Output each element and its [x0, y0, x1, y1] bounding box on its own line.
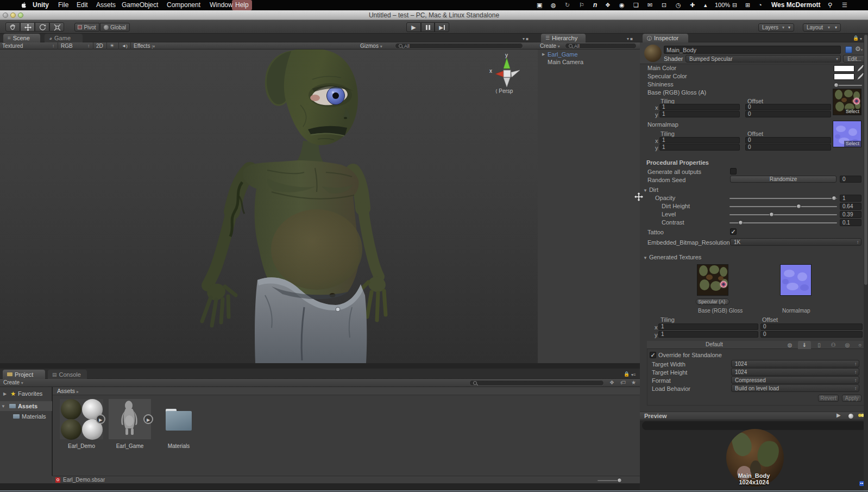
base-gloss-thumbnail[interactable]: Select [833, 89, 861, 115]
platform-web-icon[interactable]: ◍ [784, 341, 796, 349]
normal-tiling-x-field[interactable]: 1 [659, 137, 740, 144]
asset-materials-label[interactable]: Materials [166, 443, 192, 450]
2d-toggle[interactable]: 2D [93, 42, 106, 49]
normal-offset-y-field[interactable]: 0 [745, 144, 831, 151]
opacity-knob[interactable] [832, 196, 836, 201]
shininess-slider[interactable] [835, 85, 862, 86]
notification-center-icon[interactable]: ☰ [842, 0, 847, 10]
embedded-dropdown[interactable]: 1K [730, 238, 861, 246]
main-color-swatch[interactable] [834, 65, 854, 72]
sync-icon[interactable]: ↻ [565, 0, 570, 10]
gen-offset-x-field[interactable]: 0 [760, 323, 863, 330]
menu-unity[interactable]: Unity [33, 0, 49, 10]
material-name-field[interactable]: Main_Body [664, 46, 841, 54]
eyedropper-icon[interactable] [857, 72, 864, 80]
layers-dropdown[interactable]: Layers▾ [758, 23, 794, 32]
project-star-icon[interactable]: ★ [631, 379, 636, 385]
target-width-dropdown[interactable]: 1024 [731, 360, 859, 368]
menu-window[interactable]: Window [210, 0, 233, 10]
level-knob[interactable] [769, 212, 774, 217]
tool-scale-button[interactable] [49, 22, 64, 32]
shield-icon[interactable]: ◍ [551, 0, 556, 10]
foldout-arrow-icon[interactable]: ▶ [542, 52, 545, 57]
inspector-tab-menu-icon[interactable]: ▾ [860, 36, 862, 41]
preview-area[interactable]: Main_Body 1024x1024 [640, 420, 868, 492]
generated-normal-thumbnail[interactable] [780, 264, 812, 296]
substance-output-icon[interactable] [720, 281, 727, 288]
platform-android-icon[interactable]: ⚇ [827, 341, 839, 349]
menu-edit[interactable]: Edit [77, 0, 88, 10]
calendar-icon[interactable]: ⊞ [745, 0, 750, 10]
dirt-height-slider[interactable] [729, 206, 837, 207]
opacity-slider[interactable] [729, 198, 837, 199]
opacity-field[interactable]: 1 [840, 195, 861, 202]
tree-favorites[interactable]: ▶ ★ Favorites [0, 389, 52, 398]
shader-edit-button[interactable]: Edit... [843, 55, 866, 63]
character-model[interactable] [0, 49, 538, 363]
pause-button[interactable] [421, 22, 435, 32]
airplay-icon[interactable]: ⊡ [662, 0, 666, 10]
select-button[interactable]: Select [844, 109, 861, 115]
select-button[interactable]: Select [844, 141, 861, 147]
menu-user-name[interactable]: Wes McDermott [771, 0, 820, 10]
layout-dropdown[interactable]: Layout▾ [803, 23, 841, 32]
generated-base-thumbnail[interactable] [697, 264, 728, 296]
asset-earl-demo[interactable]: ▶ [60, 399, 103, 439]
normal-offset-x-field[interactable]: 0 [745, 137, 831, 144]
level-slider[interactable] [729, 214, 837, 215]
tool-rotate-button[interactable] [35, 22, 49, 32]
apple-logo-icon[interactable] [22, 2, 29, 9]
draw-mode-dropdown[interactable]: Textured↕ [2, 42, 56, 49]
title-bar[interactable]: Untitled – test – PC, Mac & Linux Standa… [0, 10, 868, 20]
sparkle-icon[interactable]: ❖ [605, 0, 611, 10]
project-search-input[interactable] [469, 380, 604, 386]
gen-tiling-y-field[interactable]: 1 [658, 331, 758, 338]
platform-standalone-icon[interactable]: ⇓ [798, 341, 811, 349]
eyedropper-icon[interactable] [857, 64, 864, 72]
tool-hand-button[interactable] [5, 22, 20, 32]
base-offset-x-field[interactable]: 0 [745, 104, 831, 110]
hierarchy-tab-menu-icon[interactable]: ▾ ■ [627, 36, 633, 41]
generate-all-checkbox[interactable] [730, 168, 737, 175]
project-lock-icon[interactable]: 🔒 [624, 371, 630, 377]
menu-help[interactable]: Help [232, 0, 252, 10]
substance-output-icon[interactable] [853, 98, 860, 104]
dirt-height-field[interactable]: 0.64 [840, 203, 861, 210]
material-blue-icon[interactable] [845, 46, 852, 53]
color-mode-dropdown[interactable]: RGB↕ [58, 42, 91, 49]
randomize-button[interactable]: Randomize [730, 176, 836, 183]
random-seed-field[interactable]: 0 [840, 176, 861, 183]
global-button[interactable]: Global [100, 23, 130, 32]
specular-color-swatch[interactable] [834, 73, 854, 80]
override-checkbox[interactable]: ✓ [650, 352, 656, 358]
scene-viewport[interactable]: y x ⟨ Persp [0, 49, 538, 363]
preview-header[interactable]: Preview ▶ [640, 412, 868, 420]
expand-badge[interactable]: ▶ [143, 414, 153, 424]
effects-dropdown[interactable]: Effects |▾ [130, 42, 158, 49]
default-tab-label[interactable]: Default [706, 341, 723, 347]
pivot-button[interactable]: Pivot [74, 23, 99, 32]
base-tiling-y-field[interactable]: 1 [659, 111, 740, 117]
lighting-toggle[interactable]: ☀ [106, 42, 117, 49]
tab-game[interactable]: ◕Game [45, 34, 83, 42]
tree-assets[interactable]: ▼ Assets [0, 401, 52, 411]
tool-move-button[interactable] [20, 22, 35, 32]
n-icon[interactable]: n [593, 0, 597, 10]
load-behavior-dropdown[interactable]: Build on level load [731, 384, 859, 392]
window-icon[interactable]: ❏ [633, 0, 639, 10]
tab-scene[interactable]: ⌗Scene [3, 34, 40, 42]
project-create-button[interactable]: Create ▾ [3, 379, 23, 385]
normal-tiling-y-field[interactable]: 1 [659, 144, 740, 151]
project-filter-icon[interactable]: ❖ [609, 379, 614, 385]
contrast-slider[interactable] [729, 222, 837, 223]
tab-console[interactable]: ▤ Console [48, 370, 87, 379]
gen-tiling-x-field[interactable]: 1 [658, 323, 758, 330]
normalmap-thumbnail[interactable]: Select [833, 121, 861, 147]
tab-hierarchy[interactable]: ☰Hierarchy [541, 34, 586, 42]
menu-component[interactable]: Component [167, 0, 200, 10]
shininess-knob[interactable] [834, 83, 839, 88]
asset-earl-game[interactable]: ▶ [109, 399, 151, 439]
thumbnail-size-slider[interactable] [597, 480, 619, 481]
step-button[interactable]: ▶ [435, 22, 449, 32]
preview-play-icon[interactable]: ▶ [836, 412, 841, 418]
